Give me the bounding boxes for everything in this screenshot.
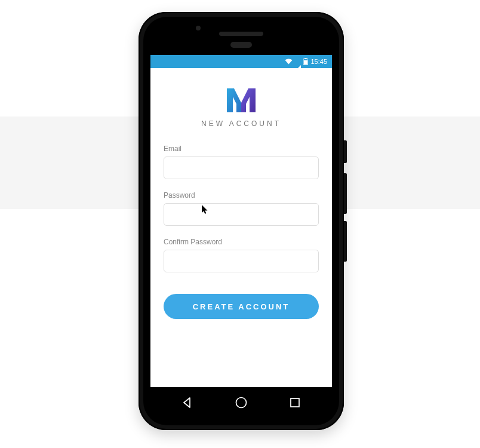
phone-side-button xyxy=(344,221,347,262)
nav-recent-icon[interactable] xyxy=(289,397,301,409)
confirm-password-label: Confirm Password xyxy=(164,238,319,246)
signup-form: Email Password Confirm Password CREATE A… xyxy=(164,145,319,319)
email-input[interactable] xyxy=(164,157,319,179)
page-title: NEW ACCOUNT xyxy=(164,119,319,128)
battery-icon xyxy=(303,58,308,65)
screen: 15:45 xyxy=(150,55,332,387)
nav-back-icon[interactable] xyxy=(181,397,193,409)
svg-rect-2 xyxy=(304,60,307,65)
logo xyxy=(164,86,319,112)
status-icons xyxy=(285,58,308,65)
password-label: Password xyxy=(164,191,319,200)
signal-icon xyxy=(295,58,301,65)
confirm-password-input[interactable] xyxy=(164,250,319,272)
android-nav-bar xyxy=(150,387,332,418)
content-area: NEW ACCOUNT Email Password Confirm Passw… xyxy=(150,68,332,387)
nav-home-icon[interactable] xyxy=(235,396,248,409)
phone-frame: 15:45 xyxy=(139,12,344,430)
status-bar: 15:45 xyxy=(150,55,332,68)
status-time: 15:45 xyxy=(310,58,327,65)
email-field-group: Email xyxy=(164,145,319,179)
svg-rect-4 xyxy=(291,398,299,407)
svg-point-3 xyxy=(236,398,246,408)
wifi-icon xyxy=(285,59,293,65)
password-field-group: Password xyxy=(164,191,319,226)
confirm-password-field-group: Confirm Password xyxy=(164,238,319,272)
m-logo-icon xyxy=(226,86,256,112)
phone-sensor xyxy=(230,42,252,48)
svg-rect-1 xyxy=(305,58,307,59)
phone-side-button xyxy=(344,140,347,163)
phone-side-button xyxy=(344,173,347,214)
create-account-button[interactable]: CREATE ACCOUNT xyxy=(164,294,319,319)
password-input[interactable] xyxy=(164,203,319,226)
phone-speaker xyxy=(219,32,263,36)
phone-camera xyxy=(196,26,201,30)
email-label: Email xyxy=(164,145,319,153)
